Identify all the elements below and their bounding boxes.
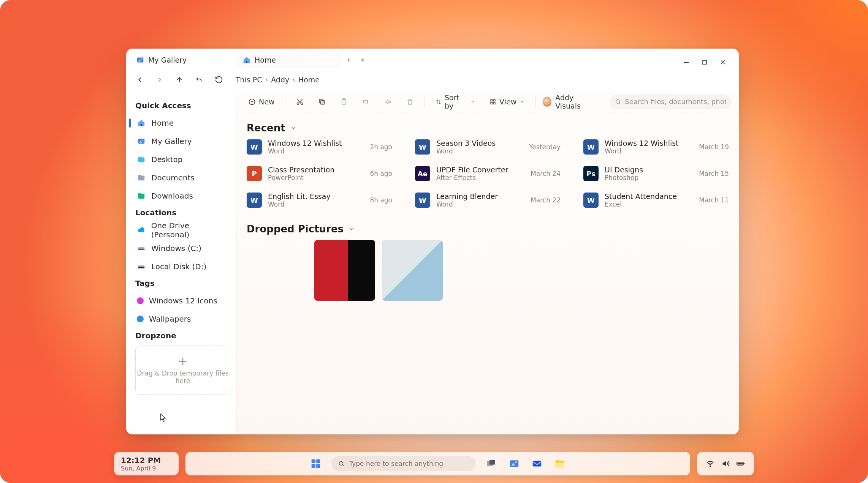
svg-rect-11 (138, 249, 145, 250)
close-tab-button[interactable] (356, 53, 369, 67)
quick-access-header: Quick Access (135, 101, 230, 110)
file-app: Word (436, 200, 524, 208)
svg-rect-23 (494, 99, 496, 101)
sidebar-item-documents[interactable]: Documents (133, 169, 233, 187)
battery-icon[interactable] (737, 459, 745, 468)
sidebar-tag-wallpapers[interactable]: Wallpapers (133, 310, 233, 328)
window-controls (683, 58, 736, 68)
svg-point-39 (710, 466, 711, 466)
sidebar-item-label: One Drive (Personal) (151, 221, 229, 239)
mail-app-button[interactable] (530, 456, 544, 471)
clock-time: 12:12 PM (121, 456, 172, 465)
recent-section-header[interactable]: Recent (247, 122, 729, 134)
file-item[interactable]: PClass PresentationPowerPoint6h ago (247, 166, 392, 182)
sidebar-item-onedrive[interactable]: One Drive (Personal) (133, 221, 233, 239)
sort-label: Sort by (445, 93, 467, 110)
svg-rect-38 (556, 463, 564, 468)
search-input[interactable] (625, 98, 726, 106)
undo-button[interactable] (193, 74, 205, 86)
back-button[interactable] (134, 74, 146, 86)
dropzone[interactable]: + Drag & Drop temporary files here (135, 346, 230, 395)
sidebar-item-home[interactable]: Home (133, 114, 233, 132)
sort-button[interactable]: Sort by (432, 94, 479, 109)
tab-home[interactable]: Home (236, 52, 342, 68)
thumbnail-mask[interactable] (382, 240, 443, 301)
svg-point-36 (515, 461, 517, 463)
cut-button[interactable] (292, 94, 307, 109)
search-box[interactable] (610, 94, 731, 109)
window-tabbar: My Gallery Home (126, 49, 739, 68)
file-item[interactable]: WStudent AttendanceExcelMarch 11 (583, 192, 729, 208)
photos-app-button[interactable] (507, 456, 521, 471)
home-icon (137, 118, 146, 128)
volume-icon[interactable] (721, 459, 730, 468)
task-view-button[interactable] (484, 456, 499, 471)
refresh-button[interactable] (213, 74, 225, 86)
sidebar-item-drive-d[interactable]: Local Disk (D:) (133, 257, 233, 276)
wifi-icon[interactable] (706, 459, 714, 468)
svg-rect-37 (533, 461, 542, 467)
locations-header: Locations (135, 208, 230, 217)
thumbnail-sparkler[interactable] (247, 240, 307, 301)
new-button[interactable]: New (244, 94, 278, 109)
forward-button[interactable] (154, 74, 166, 86)
sidebar-item-label: Desktop (151, 155, 182, 164)
taskbar-search-input[interactable] (349, 460, 469, 467)
tab-my-gallery[interactable]: My Gallery (129, 52, 236, 68)
home-icon (242, 56, 251, 64)
copy-button[interactable] (314, 94, 329, 109)
taskbar-clock[interactable]: 12:12 PM Sun, April 9 (114, 452, 179, 475)
start-button[interactable] (309, 456, 323, 471)
crumb-addy[interactable]: Addy (271, 76, 289, 84)
file-item[interactable]: PsUI DesignsPhotoshopMarch 15 (583, 166, 729, 182)
rename-button[interactable] (358, 94, 374, 109)
thumbnail-dog-car[interactable] (314, 240, 375, 301)
file-time: 6h ago (370, 170, 392, 177)
drive-icon (137, 262, 146, 271)
content-pane: New Sort by View (236, 91, 739, 434)
close-window-button[interactable] (719, 58, 727, 66)
file-item[interactable]: AeUPDF File ConverterAfter EffectsMarch … (415, 166, 561, 182)
file-time: March 15 (699, 170, 729, 177)
file-item[interactable]: WWindows 12 WishlistWordMarch 19 (583, 139, 729, 155)
file-item[interactable]: WWindows 12 WishlistWord2h ago (247, 139, 392, 155)
sidebar-item-gallery[interactable]: My Gallery (133, 132, 233, 150)
new-tab-button[interactable] (342, 53, 356, 67)
sidebar-item-downloads[interactable]: Downloads (133, 187, 233, 205)
system-tray[interactable] (697, 452, 754, 475)
chevron-right-icon: › (265, 76, 268, 84)
crumb-this-pc[interactable]: This PC (236, 76, 262, 84)
dropped-thumbnails (247, 240, 729, 301)
chevron-down-icon (290, 122, 297, 134)
file-name: Student Attendance (605, 192, 693, 200)
file-name: Windows 12 Wishlist (268, 139, 364, 147)
dropped-section-header[interactable]: Dropped Pictures (247, 223, 729, 235)
file-item[interactable]: WSeason 3 VideosWordYesterday (415, 139, 561, 155)
svg-rect-29 (312, 464, 315, 468)
file-item[interactable]: WLearning BlenderWordMarch 22 (415, 192, 561, 208)
gallery-icon (136, 56, 144, 64)
sidebar-item-label: Downloads (151, 191, 193, 200)
file-app-icon: W (415, 139, 430, 155)
sidebar-item-desktop[interactable]: Desktop (133, 150, 233, 169)
minimize-button[interactable] (683, 58, 690, 66)
taskbar-search[interactable] (331, 456, 476, 471)
maximize-button[interactable] (701, 58, 708, 66)
clock-date: Sun, April 9 (121, 465, 172, 472)
svg-rect-17 (321, 100, 325, 104)
user-chip[interactable]: Addy Visuals (543, 93, 596, 110)
new-button-label: New (259, 98, 274, 106)
file-item[interactable]: WEnglish Lit. EssayWord8h ago (247, 192, 392, 208)
delete-button[interactable] (402, 94, 418, 109)
sidebar-item-label: Wallpapers (149, 314, 191, 324)
sidebar-item-drive-c[interactable]: Windows (C:) (133, 239, 233, 257)
toolbar: New Sort by View (237, 91, 739, 112)
crumb-home[interactable]: Home (298, 76, 320, 84)
share-button[interactable] (380, 94, 396, 109)
file-app-icon: W (247, 139, 262, 155)
up-button[interactable] (173, 74, 185, 86)
explorer-app-button[interactable] (553, 456, 567, 471)
sidebar-tag-win12-icons[interactable]: Windows 12 Icons (133, 292, 233, 310)
view-button[interactable]: View (486, 94, 529, 109)
paste-button[interactable] (336, 94, 352, 109)
